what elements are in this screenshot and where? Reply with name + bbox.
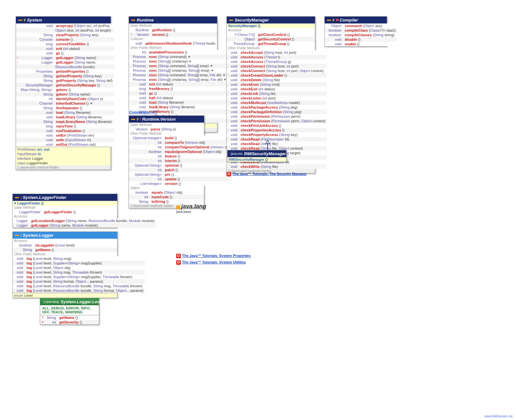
member-row[interactable]: String mapLibraryName (String libname) [16, 119, 114, 124]
class-header[interactable]: Runtime [129, 17, 217, 23]
member-row[interactable]: int compareTo (Version obj) [129, 140, 232, 145]
member-row[interactable]: ! Logger getLogger (String name, [16, 60, 114, 65]
class-header[interactable]: F ✖ Compiler [325, 17, 387, 23]
member-row[interactable]: int availableProcessors () [129, 50, 228, 54]
interface-header[interactable]: ! System.Logger [13, 232, 117, 239]
member-row[interactable]: int feature () [129, 154, 232, 158]
member-row[interactable]: Logger getLocalizedLogger (String name, … [13, 218, 156, 223]
member-row[interactable]: void checkPermission (Permission perm) [227, 114, 327, 119]
member-row[interactable]: void load (String filename) [16, 110, 114, 115]
member-row[interactable]: void load (String filename) [129, 100, 228, 105]
member-row[interactable]: int update () [129, 177, 232, 181]
member-row[interactable]: Optional<String> optional () [129, 163, 232, 168]
member-row[interactable]: boolean compileClasses (String string) [325, 33, 397, 37]
member-row[interactable]: void checkConnect (String host, int port… [227, 64, 327, 68]
constructor-row[interactable]: # LoggerFinder () [13, 201, 117, 205]
member-row[interactable]: String getName () [13, 248, 117, 252]
member-row[interactable]: int identityHashCode (Object x) [16, 97, 114, 101]
member-row[interactable]: void checkExec (String cmd) [227, 82, 327, 87]
member-row[interactable]: void log (Level level, String msg, Throw… [13, 270, 145, 275]
member-row[interactable]: void checkPrintJobAccess () [227, 123, 327, 128]
member-row[interactable]: Map<String, String> getenv () [16, 87, 114, 92]
member-row[interactable]: Console console () [16, 37, 114, 42]
member-row[interactable]: int interim () [129, 158, 232, 163]
member-row[interactable]: String getenv (String name) [16, 92, 114, 97]
member-row[interactable]: int hashCode () [129, 195, 204, 199]
constructor-row[interactable]: RMISecurityManager () [227, 157, 286, 162]
implements-label[interactable]: Comparable <T> [129, 110, 157, 114]
member-row[interactable]: SecurityManager get/setSecurityManager (… [16, 83, 114, 87]
member-row[interactable]: String getProperty (String key, String d… [16, 78, 114, 83]
inner-type-row[interactable]: class LoggerFinder [16, 161, 111, 165]
member-row[interactable]: int patch () [129, 168, 232, 172]
member-row[interactable]: Process exec (String command, String[] e… [129, 64, 228, 68]
class-header[interactable]: SecurityManager [227, 17, 315, 23]
external-link-sysprops[interactable]: OThe Java™ Tutorials: System Properties [176, 254, 251, 258]
member-row[interactable]: void checkCreateClassLoader () [227, 73, 327, 78]
member-row[interactable]: void checkExit (int status) [227, 87, 327, 91]
member-row[interactable]: void checkMulticast (InetAddress maddr) [227, 100, 327, 105]
member-row[interactable]: boolean equals (Object obj) [129, 190, 204, 195]
member-row[interactable]: boolean equalsIgnoreOptional (Object obj… [129, 149, 232, 154]
member-row[interactable]: Process exec (String[] cmdarray) ✴ [129, 59, 228, 64]
member-row[interactable]: Runtime getRuntime () [129, 28, 217, 32]
member-row[interactable]: boolean isLoggable (Level level) [13, 243, 117, 248]
member-row[interactable]: void checkConnect (String host, int port… [227, 68, 327, 73]
member-row[interactable]: void exit (int status) [129, 82, 228, 86]
member-row[interactable]: void setErr (PrintStream err) [16, 133, 114, 138]
member-row[interactable]: void enable () [325, 42, 397, 46]
class-header[interactable]: ! System.LoggerFinder [13, 194, 117, 201]
member-row[interactable]: void checkPackageAccess (String pkg) [227, 105, 327, 110]
member-row[interactable]: long nanoTime () [16, 124, 114, 128]
member-row[interactable]: void checkPropertiesAccess () [227, 128, 327, 132]
member-row[interactable]: void loadLibrary (String libname) [129, 105, 228, 109]
member-row[interactable]: Object getSecurityContext () [227, 37, 315, 41]
member-row[interactable]: ! Version version () [129, 32, 217, 37]
class-header[interactable]: F System [16, 17, 111, 23]
member-row[interactable]: int compareToIgnoreOptional (Version obj… [129, 145, 232, 149]
constructor-row[interactable]: SecurityManager () [227, 23, 315, 28]
member-row[interactable]: Process exec (String command, String[] e… [129, 73, 228, 77]
member-row[interactable]: void checkPropertyAccess (String key) [227, 132, 327, 137]
member-row[interactable]: void log (Level level, Supplier<String> … [13, 275, 145, 279]
enum-header[interactable]: ! java.lang.System.Logger.Level [40, 298, 99, 305]
member-row[interactable]: F String getName () [40, 315, 99, 320]
member-row[interactable]: Version parse (String s) [129, 127, 204, 131]
member-row[interactable]: void log (Level level, ResourceBundle bu… [13, 284, 145, 288]
member-row[interactable]: void setIn (InputStream in) [16, 138, 114, 142]
member-row[interactable]: void checkAccess (Thread t) [227, 55, 327, 59]
member-row[interactable]: void loadLibrary (String libname) [16, 115, 114, 119]
member-row[interactable]: Logger getLogger (String name, Module mo… [13, 223, 156, 228]
member-row[interactable]: void add/removeShutdownHook (Thread hook… [129, 41, 217, 46]
member-row[interactable]: # Class<?>[] getClassContext () [227, 32, 315, 37]
class-header[interactable]: java.rmi.RMISecurityManager [227, 150, 286, 157]
member-row[interactable]: LoggerFinder getLoggerFinder () [13, 210, 117, 214]
member-row[interactable]: void checkDelete (String file) [227, 78, 327, 82]
member-row[interactable]: void setOut (PrintStream out) [16, 142, 114, 147]
member-row[interactable]: void checkPermission (Permission perm, O… [227, 119, 327, 123]
member-row[interactable]: Process exec (String[] cmdarray, String[… [129, 77, 228, 82]
member-row[interactable]: void log (Level level, ResourceBundle bu… [13, 288, 145, 293]
member-row[interactable]: F int getSeverity () [40, 320, 99, 324]
member-row[interactable]: Optional<Integer> build () [129, 136, 232, 140]
field-row[interactable]: InputStream in [16, 152, 111, 156]
member-row[interactable]: Channel inheritedChannel () ✴ [16, 101, 114, 106]
member-row[interactable]: void exit (int status) [16, 46, 114, 51]
footer-url[interactable]: www.falkhausen.de [485, 414, 513, 418]
member-row[interactable]: long freeMemory () [129, 86, 228, 91]
member-row[interactable]: String get/setProperty (String key) [16, 74, 114, 78]
member-row[interactable]: void log (Level level, String msg) [13, 256, 145, 261]
member-row[interactable]: void checkPackageDefinition (String pkg) [227, 110, 327, 114]
member-row[interactable]: void gc () [16, 51, 114, 55]
member-row[interactable]: void checkAccess (ThreadGroup g) [227, 59, 327, 64]
member-row[interactable]: List<Integer> version () [129, 181, 232, 186]
member-row[interactable]: String lineSeparator () [16, 106, 114, 110]
member-row[interactable]: void arraycopy (Object src, int srcPos, [16, 23, 114, 28]
member-row[interactable]: void checkRead (FileDescriptor fd) [227, 137, 327, 142]
member-row[interactable]: void gc () [129, 91, 228, 96]
member-row[interactable]: Process exec (String[] cmdarray, String[… [129, 68, 228, 73]
member-row[interactable]: void halt (int status) [129, 96, 228, 100]
member-row[interactable]: ! Logger getLogger (String name) [16, 55, 114, 60]
member-row[interactable]: void runFinalization () [16, 128, 114, 133]
member-row[interactable]: void checkAccept (String host, int port) [227, 50, 327, 55]
